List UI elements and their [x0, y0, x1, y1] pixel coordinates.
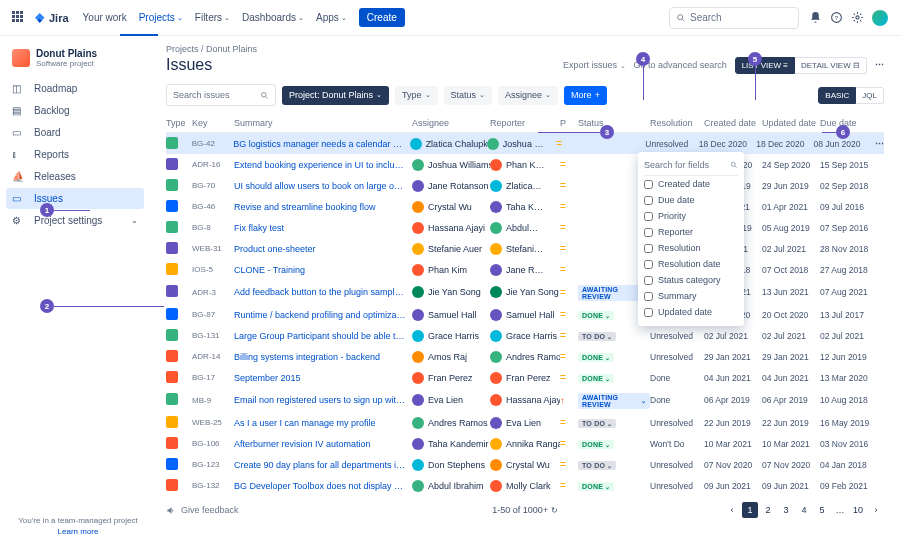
issue-row[interactable]: ADR-14Billing systems integration - back… — [166, 346, 884, 367]
status[interactable]: TO DO⌄ — [578, 331, 650, 341]
issue-row[interactable]: WEB-25As I a user I can manage my profil… — [166, 412, 884, 433]
field-option[interactable]: Due date — [644, 192, 738, 208]
issue-key[interactable]: BG-87 — [192, 310, 234, 319]
col-p[interactable]: P — [560, 118, 578, 128]
issue-summary[interactable]: Extend booking experience in UI to inclu… — [234, 160, 412, 170]
nav-apps[interactable]: Apps⌄ — [316, 12, 347, 23]
page-5[interactable]: 5 — [814, 502, 830, 518]
assignee[interactable]: Zlatica Chalupka — [410, 138, 487, 150]
give-feedback-link[interactable]: Give feedback — [166, 505, 239, 516]
issue-row[interactable]: MB-9Email non registered users to sign u… — [166, 388, 884, 412]
assignee[interactable]: Abdul Ibrahim — [412, 480, 490, 492]
assignee[interactable]: Hassana Ajayi — [412, 222, 490, 234]
assignee[interactable]: Jane Rotanson — [412, 180, 490, 192]
assignee[interactable]: Eva Lien — [412, 394, 490, 406]
type-filter-pill[interactable]: Type⌄ — [395, 86, 438, 105]
issue-row[interactable]: BG-123Create 90 day plans for all depart… — [166, 454, 884, 475]
col-assignee[interactable]: Assignee — [412, 118, 490, 128]
issue-row[interactable]: ADR-3Add feedback button to the plugin s… — [166, 280, 884, 304]
reporter[interactable]: Molly Clark — [490, 480, 560, 492]
status[interactable]: TO DO⌄ — [578, 418, 650, 428]
page-next[interactable]: › — [868, 502, 884, 518]
issue-key[interactable]: WEB-31 — [192, 244, 234, 253]
issue-key[interactable]: ADR-14 — [192, 352, 234, 361]
issue-summary[interactable]: Product one-sheeter — [234, 244, 412, 254]
reporter[interactable]: Jane R… — [490, 264, 560, 276]
field-option[interactable]: Resolution — [644, 240, 738, 256]
issue-key[interactable]: IOS-5 — [192, 265, 234, 274]
settings-icon[interactable] — [851, 11, 864, 24]
issue-key[interactable]: BG-8 — [192, 223, 234, 232]
reporter[interactable]: Jie Yan Song — [490, 286, 560, 298]
field-option[interactable]: Summary — [644, 288, 738, 304]
issue-key[interactable]: BG-42 — [192, 139, 234, 148]
reporter[interactable]: Samuel Hall — [490, 309, 560, 321]
issue-key[interactable]: BG-46 — [192, 202, 234, 211]
sidebar-item-roadmap[interactable]: ◫Roadmap — [6, 78, 144, 99]
issue-key[interactable]: BG-131 — [192, 331, 234, 340]
row-actions[interactable]: ⋯ — [875, 139, 884, 149]
page-…[interactable]: … — [832, 502, 848, 518]
issue-key[interactable]: BG-132 — [192, 481, 234, 490]
issue-summary[interactable]: September 2015 — [234, 373, 412, 383]
assignee[interactable]: Taha Kandemir — [412, 438, 490, 450]
issue-summary[interactable]: BG logistics manager needs a calendar vi… — [233, 139, 409, 149]
issue-key[interactable]: BG-106 — [192, 439, 234, 448]
col-created-date[interactable]: Created date — [704, 118, 762, 128]
assignee[interactable]: Grace Harris — [412, 330, 490, 342]
sidebar-item-board[interactable]: ▭Board — [6, 122, 144, 143]
col-resolution[interactable]: Resolution — [650, 118, 704, 128]
nav-your-work[interactable]: Your work — [83, 12, 127, 23]
issue-row[interactable]: BG-132BG Developer Toolbox does not disp… — [166, 475, 884, 496]
export-issues-link[interactable]: Export issues ⌄ — [563, 60, 626, 70]
issue-row[interactable]: BG-8Fix flaky testHassana AjayiAbdul…=Un… — [166, 217, 884, 238]
sidebar-item-releases[interactable]: ⛵Releases — [6, 166, 144, 187]
page-4[interactable]: 4 — [796, 502, 812, 518]
issue-summary[interactable]: Revise and streamline booking flow — [234, 202, 412, 212]
issue-row[interactable]: BG-42BG logistics manager needs a calend… — [166, 133, 884, 154]
assignee[interactable]: Amos Raj — [412, 351, 490, 363]
breadcrumb[interactable]: Projects / Donut Plains — [166, 44, 884, 54]
assignee[interactable]: Don Stephens — [412, 459, 490, 471]
issue-summary[interactable]: Billing systems integration - backend — [234, 352, 412, 362]
issue-row[interactable]: IOS-5CLONE - TrainingPhan KimJane R…=Don… — [166, 259, 884, 280]
issue-summary[interactable]: As I a user I can manage my profile — [234, 418, 412, 428]
field-option[interactable]: Created date — [644, 176, 738, 192]
reporter[interactable]: Eva Lien — [490, 417, 560, 429]
reporter[interactable]: Fran Perez — [490, 372, 560, 384]
col-updated-date[interactable]: Updated date — [762, 118, 820, 128]
page-10[interactable]: 10 — [850, 502, 866, 518]
profile-avatar[interactable] — [872, 10, 888, 26]
reporter[interactable]: Stefani… — [490, 243, 560, 255]
reporter[interactable]: Crystal Wu — [490, 459, 560, 471]
issue-summary[interactable]: CLONE - Training — [234, 265, 412, 275]
notifications-icon[interactable] — [809, 11, 822, 24]
issue-row[interactable]: BG-46Revise and streamline booking flowC… — [166, 196, 884, 217]
help-icon[interactable]: ? — [830, 11, 843, 24]
col-type[interactable]: Type — [166, 118, 192, 128]
global-search[interactable]: Search — [669, 7, 799, 29]
status[interactable]: TO DO⌄ — [578, 460, 650, 470]
status[interactable]: AWAITING REVIEW⌄ — [578, 392, 650, 409]
col-summary[interactable]: Summary — [234, 118, 412, 128]
reporter[interactable]: Joshua … — [487, 138, 556, 150]
issue-key[interactable]: WEB-25 — [192, 418, 234, 427]
list-view-button[interactable]: LIST VIEW ≡ — [735, 57, 795, 74]
field-option[interactable]: Priority — [644, 208, 738, 224]
page-2[interactable]: 2 — [760, 502, 776, 518]
issue-row[interactable]: BG-70UI should allow users to book on la… — [166, 175, 884, 196]
create-button[interactable]: Create — [359, 8, 405, 27]
issue-summary[interactable]: Add feedback button to the plugin sample… — [234, 287, 412, 297]
field-option[interactable]: Resolution date — [644, 256, 738, 272]
page-prev[interactable]: ‹ — [724, 502, 740, 518]
issue-summary[interactable]: Email non registered users to sign up wi… — [234, 395, 412, 405]
col-reporter[interactable]: Reporter — [490, 118, 560, 128]
status[interactable]: DONE⌄ — [578, 373, 650, 383]
assignee[interactable]: Phan Kim — [412, 264, 490, 276]
search-issues-input[interactable]: Search issues — [166, 84, 276, 106]
reporter[interactable]: Zlatica… — [490, 180, 560, 192]
sidebar-item-project-settings[interactable]: ⚙Project settings⌄ — [6, 210, 144, 231]
col-key[interactable]: Key — [192, 118, 234, 128]
issue-row[interactable]: BG-131Large Group Participant should be … — [166, 325, 884, 346]
field-option[interactable]: Status category — [644, 272, 738, 288]
